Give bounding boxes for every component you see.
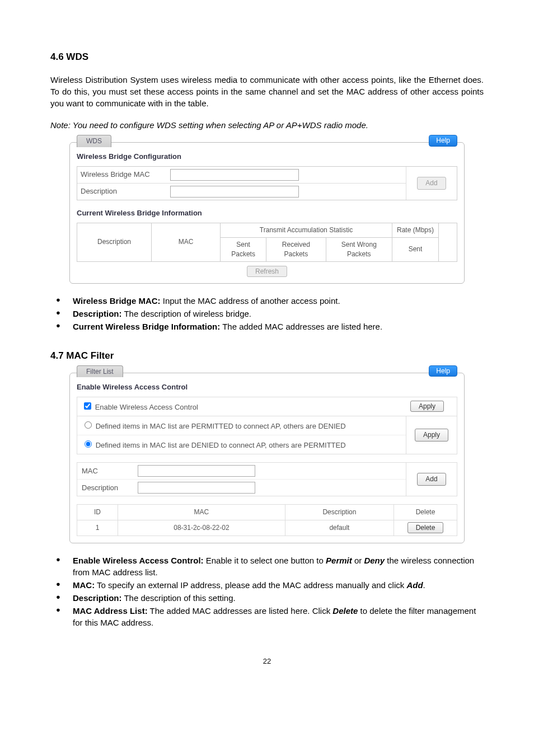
wds-th-sent: Sent bbox=[392, 237, 439, 261]
mac-label: MAC bbox=[82, 466, 138, 476]
wds-mac-label: Wireless Bridge MAC bbox=[81, 170, 170, 180]
wds-mac-input[interactable] bbox=[170, 169, 299, 181]
wds-panel: WDS Help Wireless Bridge Configuration W… bbox=[69, 142, 465, 284]
cell-desc: default bbox=[285, 520, 394, 536]
list-item: Description: The description of wireless… bbox=[50, 308, 484, 320]
radio-deny-label: Defined items in MAC list are DENIED to … bbox=[96, 441, 346, 449]
wds-tab[interactable]: WDS bbox=[77, 135, 111, 147]
list-item: MAC: To specify an external IP address, … bbox=[50, 579, 484, 591]
add-button[interactable]: Add bbox=[417, 473, 446, 486]
wds-desc-label: Description bbox=[81, 186, 170, 196]
apply-button[interactable]: Apply bbox=[410, 401, 444, 412]
desc-label: Description bbox=[82, 483, 138, 493]
cell-mac: 08-31-2c-08-22-02 bbox=[118, 520, 285, 536]
filter-panel: Filter List Help Enable Wireless Access … bbox=[69, 373, 465, 543]
mac-entry-block: MAC Description Add bbox=[77, 462, 457, 496]
wds-note: Note: You need to configure WDS setting … bbox=[50, 119, 484, 131]
wds-definitions: Wireless Bridge MAC: Input the MAC addre… bbox=[50, 295, 484, 332]
enable-label: Enable Wireless Access Control bbox=[95, 403, 198, 411]
radio-block: Defined items in MAC list are PERMITTED … bbox=[77, 416, 457, 454]
apply-button[interactable]: Apply bbox=[415, 429, 448, 442]
wds-th-mac: MAC bbox=[152, 223, 221, 261]
desc-input[interactable] bbox=[138, 482, 255, 494]
wds-intro-paragraph: Wireless Distribution System uses wirele… bbox=[50, 74, 484, 109]
wds-config-block: Wireless Bridge MAC Description Add bbox=[77, 166, 457, 200]
wds-th-recv-pkts: Received Packets bbox=[266, 237, 326, 261]
list-item: Description: The description of this set… bbox=[50, 592, 484, 604]
wds-info-table: Description MAC Transmit Accumulation St… bbox=[77, 223, 457, 261]
wds-config-title: Wireless Bridge Configuration bbox=[77, 152, 457, 162]
wds-th-rate: Rate (Mbps) bbox=[392, 223, 439, 238]
wds-th-desc: Description bbox=[77, 223, 152, 261]
section-heading-mac-filter: 4.7 MAC Filter bbox=[50, 349, 484, 363]
list-item: MAC Address List: The added MAC addresse… bbox=[50, 605, 484, 628]
th-mac: MAC bbox=[118, 505, 285, 520]
page-number: 22 bbox=[50, 656, 484, 666]
mac-list-table: ID MAC Description Delete 1 08-31-2c-08-… bbox=[77, 504, 457, 536]
list-item: Current Wireless Bridge Information: The… bbox=[50, 321, 484, 332]
wds-desc-input[interactable] bbox=[170, 186, 299, 198]
delete-button[interactable]: Delete bbox=[407, 522, 444, 533]
list-item: Enable Wireless Access Control: Enable i… bbox=[50, 555, 484, 578]
cell-id: 1 bbox=[77, 520, 118, 536]
th-id: ID bbox=[77, 505, 118, 520]
wds-th-sent-pkts: Sent Packets bbox=[221, 237, 266, 261]
section-heading-wds: 4.6 WDS bbox=[50, 50, 484, 64]
radio-permit[interactable] bbox=[85, 421, 92, 429]
help-button[interactable]: Help bbox=[429, 365, 457, 377]
filter-title: Enable Wireless Access Control bbox=[77, 382, 457, 392]
filter-tab[interactable]: Filter List bbox=[77, 365, 123, 378]
wds-info-title: Current Wireless Bridge Information bbox=[77, 208, 457, 218]
mac-input[interactable] bbox=[138, 465, 255, 477]
filter-definitions: Enable Wireless Access Control: Enable i… bbox=[50, 555, 484, 628]
table-row: 1 08-31-2c-08-22-02 default Delete bbox=[77, 520, 457, 536]
radio-deny[interactable] bbox=[85, 440, 92, 448]
radio-permit-label: Defined items in MAC list are PERMITTED … bbox=[96, 422, 346, 430]
wds-refresh-button: Refresh bbox=[247, 266, 287, 277]
help-button[interactable]: Help bbox=[429, 135, 457, 147]
enable-row: Enable Wireless Access Control Apply bbox=[77, 397, 457, 416]
wds-th-empty bbox=[439, 223, 457, 261]
list-item: Wireless Bridge MAC: Input the MAC addre… bbox=[50, 295, 484, 307]
wds-th-sent-wrong: Sent Wrong Packets bbox=[326, 237, 392, 261]
wds-add-button: Add bbox=[417, 177, 446, 190]
wds-th-stat: Transmit Accumulation Statistic bbox=[221, 223, 392, 238]
th-delete: Delete bbox=[394, 505, 457, 520]
enable-checkbox[interactable] bbox=[84, 402, 91, 410]
th-desc: Description bbox=[285, 505, 394, 520]
